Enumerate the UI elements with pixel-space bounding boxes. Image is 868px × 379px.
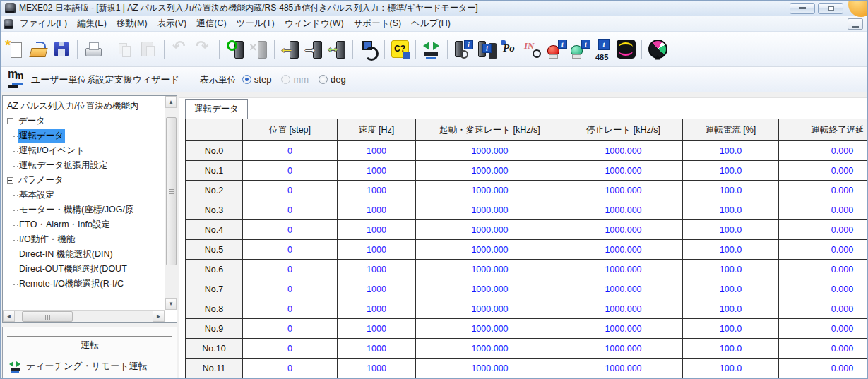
cell[interactable]: 100.0 <box>683 220 779 240</box>
teaching-remote-item[interactable]: ティーチング・リモート運転 <box>7 360 172 373</box>
cell[interactable]: 1000.000 <box>416 200 564 220</box>
cell[interactable]: 1000.000 <box>416 220 564 240</box>
tree-item[interactable]: I/O動作・機能 <box>13 232 165 247</box>
row-header[interactable]: No.3 <box>186 200 243 220</box>
radio-deg[interactable] <box>319 75 328 84</box>
row-header[interactable]: No.11 <box>186 359 243 378</box>
cell[interactable]: 100.0 <box>683 299 779 319</box>
rs485-monitor-icon[interactable]: 485 <box>593 39 614 60</box>
cell[interactable]: 1000 <box>338 141 416 161</box>
cell[interactable]: 1000.000 <box>564 240 683 260</box>
tree-group-1[interactable]: パラメータ <box>7 173 165 188</box>
cell[interactable]: 0.000 <box>779 339 867 359</box>
save-icon[interactable] <box>51 39 72 60</box>
tree-item[interactable]: Direct-OUT機能選択(DOUT <box>13 262 165 277</box>
cell[interactable]: 0.000 <box>779 181 867 200</box>
input-monitor-icon[interactable]: IN <box>523 39 544 60</box>
unit-option-step[interactable]: step <box>242 74 272 85</box>
mdi-minimize-button[interactable] <box>848 18 863 30</box>
cell[interactable]: 1000.000 <box>416 240 564 260</box>
tree-item[interactable]: 運転データ拡張用設定 <box>13 158 165 173</box>
cell[interactable]: 1000 <box>338 161 416 181</box>
maximize-button[interactable] <box>818 3 843 14</box>
alarm-monitor-icon[interactable]: i <box>546 39 567 60</box>
cell[interactable]: 1000.000 <box>564 319 683 339</box>
cell[interactable]: 1000 <box>338 200 416 220</box>
column-header-5[interactable]: 運転電流 [%] <box>683 119 779 141</box>
write-to-device-icon[interactable] <box>303 39 324 60</box>
cell[interactable]: 0 <box>243 279 338 299</box>
tree-item[interactable]: ETO・Alarm・Info設定 <box>13 217 165 232</box>
cell[interactable]: 1000.000 <box>564 181 683 200</box>
cell[interactable]: 100.0 <box>683 141 779 161</box>
print-icon[interactable] <box>83 39 104 60</box>
cell[interactable]: 0 <box>243 200 338 220</box>
menu-item-5[interactable]: ツール(T) <box>232 17 280 30</box>
connect-icon[interactable] <box>225 39 246 60</box>
cell[interactable]: 1000 <box>338 181 416 200</box>
cell[interactable]: 100.0 <box>683 181 779 200</box>
menu-item-0[interactable]: ファイル(F) <box>15 17 72 30</box>
cell[interactable]: 0.000 <box>779 240 867 260</box>
cell[interactable]: 0 <box>243 339 338 359</box>
usb-port-icon[interactable] <box>358 39 379 60</box>
cell[interactable]: 0 <box>243 260 338 279</box>
cell[interactable]: 1000.000 <box>416 359 564 378</box>
read-from-device-icon[interactable] <box>280 39 301 60</box>
row-header[interactable]: No.2 <box>186 181 243 200</box>
menu-item-4[interactable]: 通信(C) <box>191 17 231 30</box>
cell[interactable]: 1000 <box>338 240 416 260</box>
cell[interactable]: 100.0 <box>683 279 779 299</box>
cell[interactable]: 0 <box>243 141 338 161</box>
new-file-icon[interactable] <box>4 39 25 60</box>
tree-item[interactable]: 基本設定 <box>13 188 165 203</box>
cell[interactable]: 100.0 <box>683 161 779 181</box>
cell[interactable]: 1000 <box>338 279 416 299</box>
cell[interactable]: 0.000 <box>779 279 867 299</box>
menu-item-8[interactable]: ヘルプ(H) <box>406 17 456 30</box>
scroll-right-arrow-icon[interactable]: ► <box>153 311 165 322</box>
tree-item[interactable]: Remote-I/O機能選択(R-I/C <box>13 277 165 291</box>
tree-root[interactable]: AZ パルス列入力/位置決め機能内 <box>6 99 165 114</box>
collapse-icon[interactable] <box>7 118 13 124</box>
cell[interactable]: 1000.000 <box>564 200 683 220</box>
tree-item[interactable]: モーター・機構(座標/JOG/原 <box>13 203 165 217</box>
column-header-2[interactable]: 速度 [Hz] <box>338 119 416 141</box>
cell[interactable]: 1000.000 <box>564 339 683 359</box>
cell[interactable]: 100.0 <box>683 260 779 279</box>
cell[interactable]: 1000.000 <box>564 359 683 378</box>
collapse-icon[interactable] <box>7 177 13 184</box>
unit-info-monitor-icon[interactable]: i <box>453 39 474 60</box>
cell[interactable]: 0 <box>243 181 338 200</box>
tree-vertical-scrollbar[interactable]: ▲ ▼ <box>165 96 177 310</box>
cell[interactable]: 1000.000 <box>564 260 683 279</box>
row-header[interactable]: No.5 <box>186 240 243 260</box>
column-header-0[interactable] <box>186 119 243 141</box>
cell[interactable]: 0.000 <box>779 359 867 378</box>
cell[interactable]: 1000.000 <box>416 299 564 319</box>
menu-item-2[interactable]: 移動(M) <box>112 17 153 30</box>
cell[interactable]: 1000.000 <box>416 141 564 161</box>
row-header[interactable]: No.4 <box>186 220 243 240</box>
cell[interactable]: 1000.000 <box>416 161 564 181</box>
cell[interactable]: 0 <box>243 319 338 339</box>
tree-group-0[interactable]: データ <box>7 114 165 128</box>
waveform-monitor-icon[interactable] <box>617 40 636 59</box>
cell[interactable]: 1000.000 <box>564 279 683 299</box>
cell[interactable]: 1000.000 <box>564 161 683 181</box>
row-header[interactable]: No.10 <box>186 339 243 359</box>
vertical-scroll-thumb[interactable] <box>166 117 177 265</box>
scroll-left-arrow-icon[interactable]: ◄ <box>3 311 15 322</box>
open-file-icon[interactable] <box>28 39 49 60</box>
radio-step[interactable] <box>242 75 251 84</box>
cell[interactable]: 100.0 <box>683 359 779 378</box>
cell[interactable]: 1000 <box>338 260 416 279</box>
cell[interactable]: 0 <box>243 240 338 260</box>
row-header[interactable]: No.9 <box>186 319 243 339</box>
cell[interactable]: 0 <box>243 161 338 181</box>
cell[interactable]: 0.000 <box>779 141 867 161</box>
row-header[interactable]: No.1 <box>186 161 243 181</box>
cell[interactable]: 1000 <box>338 220 416 240</box>
column-header-3[interactable]: 起動・変速レート [kHz/s] <box>416 119 564 141</box>
menu-item-6[interactable]: ウィンドウ(W) <box>280 17 349 30</box>
